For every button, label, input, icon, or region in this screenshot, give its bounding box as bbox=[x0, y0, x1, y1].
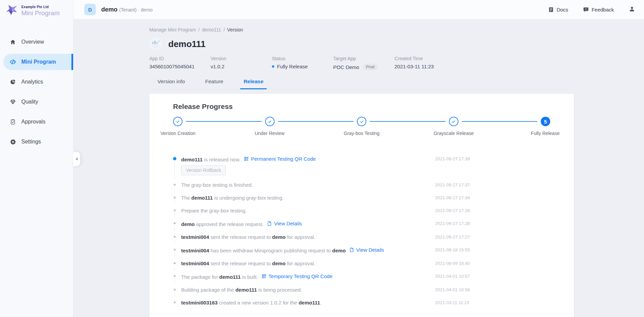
timeline-timestamp: 2021-09-27 17:27 bbox=[435, 233, 550, 240]
step-label-fully-release: Fully Release bbox=[531, 131, 560, 136]
link-label: Permanent Testing QR Code bbox=[251, 156, 316, 162]
gear-icon bbox=[9, 138, 16, 145]
env-badge: Prod bbox=[363, 64, 378, 70]
triangle-left-icon bbox=[75, 156, 78, 162]
sidebar-item-overview[interactable]: Overview bbox=[3, 34, 73, 50]
timeline-item: The gray-box testing is finished.2021-09… bbox=[173, 178, 550, 191]
meta-value: 2021-03-11 11:23 bbox=[394, 64, 456, 69]
meta-value-text: 3456010075045041 bbox=[149, 64, 194, 69]
gem-icon bbox=[9, 98, 16, 105]
timeline-message: Prepare the gray-box testing. bbox=[181, 207, 435, 214]
sidebar-item-label: Quality bbox=[21, 99, 38, 105]
sidebar-item-settings[interactable]: Settings bbox=[3, 134, 73, 150]
step-label-grayscale-release: Grayscale Release bbox=[434, 131, 474, 136]
timeline-dot-icon bbox=[174, 209, 176, 211]
breadcrumb-item-demo111[interactable]: demo111 bbox=[202, 27, 221, 32]
timeline-dot-icon bbox=[174, 222, 176, 224]
meta-value: POC DemoProd bbox=[333, 64, 394, 70]
timeline-text: is released now. bbox=[202, 157, 240, 162]
timeline-entity: testmini003163 bbox=[181, 300, 218, 305]
release-timeline: demo111 is released now.Permanent Testin… bbox=[173, 152, 550, 309]
breadcrumb-item-manage-mini-program[interactable]: Manage Mini Program bbox=[149, 27, 196, 32]
timeline-dot-icon bbox=[174, 184, 176, 186]
file-icon bbox=[349, 247, 354, 252]
link-label: Temporary Testing QR Code bbox=[269, 273, 332, 279]
timeline-entity: demo bbox=[332, 248, 346, 253]
meta-label: Status bbox=[272, 56, 333, 61]
step-label-under-review: Under Review bbox=[255, 131, 284, 136]
meta-version: Versionv1.0.2 bbox=[211, 56, 272, 70]
meta-value: 3456010075045041 bbox=[149, 64, 211, 69]
sidebar-item-analytics[interactable]: Analytics bbox=[3, 74, 73, 90]
clipboard-icon bbox=[9, 118, 16, 125]
timeline-entity: demo111 bbox=[235, 287, 257, 293]
release-progress-heading: Release Progress bbox=[173, 103, 550, 111]
meta-value-text: POC Demo bbox=[333, 64, 359, 70]
sidebar-item-label: Overview bbox=[21, 39, 44, 45]
sidebar-item-approvals[interactable]: Approvals bbox=[3, 114, 73, 130]
timeline-text: The gray-box testing is finished. bbox=[181, 182, 253, 188]
timeline-text: is undergoing gray-box testing. bbox=[213, 195, 283, 201]
step-connector bbox=[462, 121, 538, 122]
tab-release[interactable]: Release bbox=[240, 78, 267, 89]
tenant-label: demo(Tenant) · demo bbox=[101, 6, 153, 13]
user-icon bbox=[629, 6, 635, 14]
timeline-item: The demo111 is undergoing gray-box testi… bbox=[173, 191, 550, 204]
docs-button[interactable]: Docs bbox=[548, 7, 568, 13]
timeline-item: demo111 is released now.Permanent Testin… bbox=[173, 152, 550, 178]
breadcrumb-separator: / bbox=[198, 27, 200, 32]
timeline-item: Prepare the gray-box testing.2021-09-27 … bbox=[173, 204, 550, 217]
page-title: demo111 bbox=[168, 39, 206, 49]
sidebar-nav: OverviewMini ProgramAnalyticsQualityAppr… bbox=[0, 34, 73, 150]
timeline-entity: testmini004 bbox=[181, 248, 209, 253]
version-rollback-button[interactable]: Version Rollback bbox=[181, 165, 226, 175]
sidebar-item-quality[interactable]: Quality bbox=[3, 94, 73, 110]
timeline-text: approved the release request. bbox=[195, 221, 263, 227]
timeline-text: has been withdraw Miniprogram publishing… bbox=[209, 248, 332, 253]
sidebar-collapse-button[interactable] bbox=[73, 152, 80, 166]
top-header: D demo(Tenant) · demo Docs Feedback bbox=[73, 0, 644, 19]
feedback-label: Feedback bbox=[592, 7, 614, 13]
timeline-timestamp: 2021-09-27 17:37 bbox=[435, 181, 550, 187]
meta-created-time: Created Time2021-03-11 11:23 bbox=[394, 56, 456, 70]
sidebar: Example Pte Ltd Mini Program OverviewMin… bbox=[0, 0, 73, 317]
timeline-entity: demo bbox=[272, 234, 286, 240]
pie-icon bbox=[9, 78, 16, 85]
permanent-testing-qr-code-link[interactable]: Permanent Testing QR Code bbox=[244, 156, 316, 162]
meta-value-text: v1.0.2 bbox=[211, 64, 224, 69]
temporary-testing-qr-code-link[interactable]: Temporary Testing QR Code bbox=[261, 273, 332, 279]
breadcrumb-separator: / bbox=[223, 27, 225, 32]
timeline-timestamp: 2021-09-27 17:34 bbox=[435, 194, 550, 200]
meta-row: App ID3456010075045041Versionv1.0.2Statu… bbox=[149, 56, 644, 70]
brand-company: Example Pte Ltd bbox=[21, 5, 60, 9]
timeline-text: created a new version 1.0.2 for the bbox=[218, 300, 299, 305]
timeline-timestamp: 2021-08-18 15:55 bbox=[435, 246, 550, 252]
step-grayscale-release-check-icon bbox=[449, 117, 458, 126]
timeline-message: testmini004 has been withdraw Miniprogra… bbox=[181, 246, 435, 254]
view-details-link[interactable]: View Details bbox=[267, 220, 302, 227]
qr-icon bbox=[244, 156, 249, 161]
tenant-name: demo bbox=[101, 6, 117, 13]
timeline-message: testmini003163 created a new version 1.0… bbox=[181, 299, 435, 306]
timeline-entity: demo111 bbox=[299, 300, 320, 305]
timeline-text: is being processed. bbox=[257, 287, 302, 293]
tab-version-info[interactable]: Version info bbox=[154, 78, 188, 89]
code-icon bbox=[9, 59, 16, 65]
brand: Example Pte Ltd Mini Program bbox=[0, 0, 73, 20]
timeline-message: demo approved the release request.View D… bbox=[181, 220, 435, 227]
brand-product: Mini Program bbox=[21, 9, 60, 17]
step-under-review-check-icon bbox=[265, 117, 275, 126]
feedback-button[interactable]: Feedback bbox=[583, 7, 614, 13]
sidebar-item-label: Analytics bbox=[21, 79, 43, 85]
view-details-link[interactable]: View Details bbox=[349, 247, 384, 253]
timeline-dot-icon bbox=[173, 157, 176, 160]
meta-value-text: 2021-03-11 11:23 bbox=[394, 64, 434, 69]
link-label: View Details bbox=[356, 247, 384, 253]
tenant-avatar[interactable]: D bbox=[84, 4, 96, 15]
sidebar-item-mini-program[interactable]: Mini Program bbox=[3, 54, 73, 70]
user-menu-button[interactable] bbox=[629, 6, 635, 14]
meta-label: Version bbox=[211, 56, 272, 61]
timeline-text: Prepare the gray-box testing. bbox=[181, 208, 246, 213]
timeline-item: testmini004 has been withdraw Miniprogra… bbox=[173, 243, 550, 257]
tab-feature[interactable]: Feature bbox=[202, 78, 227, 89]
